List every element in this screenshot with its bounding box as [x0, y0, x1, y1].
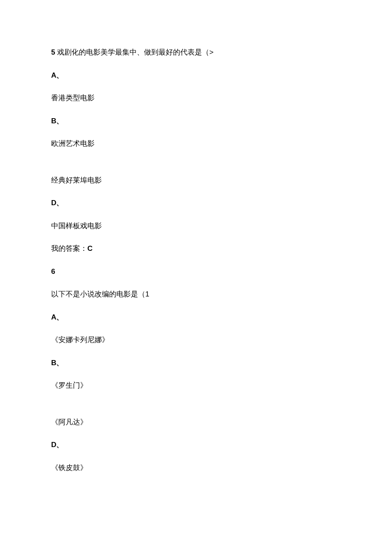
option-B-label: B、	[51, 357, 341, 369]
question-5-stem: 5 戏剧化的电影美学最集中、做到最好的代表是（>	[51, 47, 341, 58]
option-B-label: B、	[51, 116, 341, 127]
question-5-text: 戏剧化的电影美学最集中、做到最好的代表是（>	[55, 48, 213, 56]
option-B-text: 欧洲艺术电影	[51, 138, 341, 149]
my-answer-label: 我的答案：	[51, 244, 87, 253]
my-answer-value: C	[87, 244, 92, 253]
option-D-label: D、	[51, 198, 341, 209]
option-D-text: 《铁皮鼓》	[51, 462, 341, 474]
document-page: 5 戏剧化的电影美学最集中、做到最好的代表是（> A、 香港类型电影 B、 欧洲…	[0, 0, 392, 511]
my-answer-line: 我的答案：C	[51, 243, 341, 254]
option-C-text: 经典好莱埠电影	[51, 175, 341, 186]
option-A-label: A、	[51, 70, 341, 81]
question-6-number: 6	[51, 266, 341, 277]
option-A-text: 香港类型电影	[51, 93, 341, 104]
option-D-text: 中国样板戏电影	[51, 221, 341, 232]
option-B-text: 《罗生门》	[51, 380, 341, 391]
option-C-text: 《阿凡达》	[51, 417, 341, 428]
option-A-label: A、	[51, 312, 341, 323]
option-D-label: D、	[51, 439, 341, 450]
question-6-text: 以下不是小说改编的电影是（1	[51, 289, 341, 300]
option-A-text: 《安娜卡列尼娜》	[51, 334, 341, 346]
